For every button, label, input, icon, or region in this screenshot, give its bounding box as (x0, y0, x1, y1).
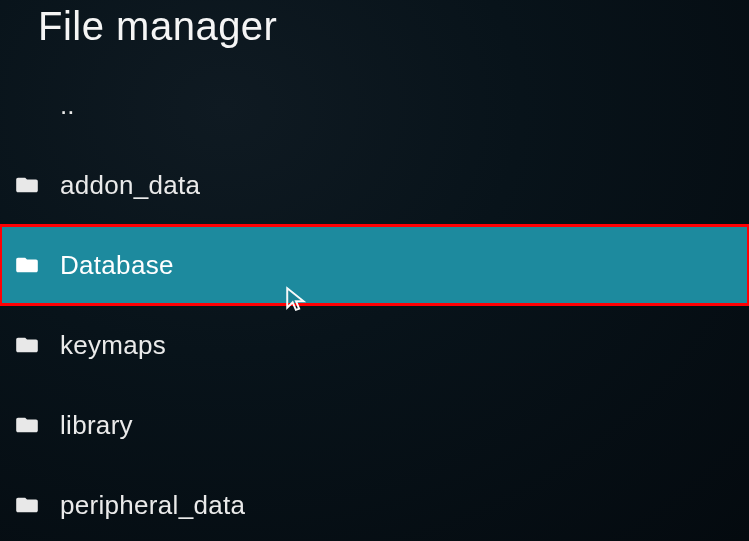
item-label: library (60, 410, 133, 441)
folder-icon (16, 176, 38, 194)
folder-icon (16, 416, 38, 434)
file-list: .. addon_data Database keymaps library p… (0, 65, 749, 541)
item-label: addon_data (60, 170, 200, 201)
list-item[interactable]: addon_data (0, 145, 749, 225)
list-item[interactable]: Database (0, 225, 749, 305)
page-title: File manager (0, 0, 749, 59)
folder-icon (16, 256, 38, 274)
list-item[interactable]: keymaps (0, 305, 749, 385)
list-item-parent[interactable]: .. (0, 65, 749, 145)
list-item[interactable]: peripheral_data (0, 465, 749, 541)
folder-icon (16, 496, 38, 514)
parent-dir-label: .. (60, 90, 74, 121)
folder-icon (16, 336, 38, 354)
list-item[interactable]: library (0, 385, 749, 465)
item-label: keymaps (60, 330, 166, 361)
item-label: peripheral_data (60, 490, 245, 521)
item-label: Database (60, 250, 174, 281)
